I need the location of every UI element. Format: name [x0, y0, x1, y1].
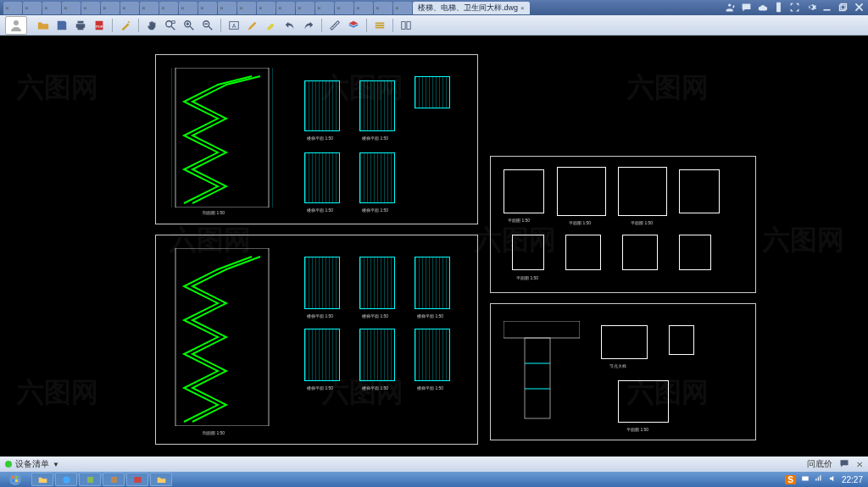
- drawing-sheet: 剖面图 1:50 楼梯平面 1:50 楼梯平面 1:50 楼梯平面 1:50 楼…: [155, 235, 478, 445]
- layers-button[interactable]: [346, 18, 361, 33]
- svg-rect-26: [111, 477, 117, 483]
- expand-icon[interactable]: [789, 2, 800, 14]
- user-avatar[interactable]: [5, 16, 27, 35]
- status-right-label[interactable]: 问底价: [807, 458, 832, 470]
- text-button[interactable]: A: [226, 18, 242, 33]
- separator: [220, 19, 221, 32]
- drawing-canvas[interactable]: 六图网 六图网 六图网 六图网 六图网 六图网 六图网 六图网 六图网 剖面图 …: [0, 36, 868, 457]
- network-icon[interactable]: [815, 474, 823, 484]
- stack-button[interactable]: [372, 18, 387, 33]
- status-bar: 设备清单 ▼ 问底价 ✕: [0, 457, 868, 472]
- file-tab[interactable]: ×: [120, 2, 139, 14]
- clock[interactable]: 22:27: [842, 475, 863, 484]
- file-tab[interactable]: ×: [62, 2, 81, 14]
- gear-icon[interactable]: [805, 2, 816, 14]
- svg-rect-1: [823, 8, 830, 10]
- undo-button[interactable]: [282, 18, 298, 33]
- file-tab[interactable]: ×: [101, 2, 120, 14]
- message-icon[interactable]: [741, 2, 752, 14]
- status-left-label[interactable]: 设备清单: [15, 458, 49, 470]
- file-tab[interactable]: ×: [354, 2, 373, 14]
- file-tab[interactable]: ×: [3, 2, 22, 14]
- minimize-icon[interactable]: [821, 2, 832, 14]
- file-tab[interactable]: ×: [237, 2, 256, 14]
- pan-button[interactable]: [144, 18, 159, 33]
- file-tab[interactable]: ×: [393, 2, 412, 14]
- taskbar-item[interactable]: [79, 473, 101, 486]
- file-tab[interactable]: ×: [218, 2, 236, 14]
- start-button[interactable]: [0, 472, 31, 487]
- people-icon[interactable]: [725, 2, 736, 14]
- taskbar-item[interactable]: [103, 473, 125, 486]
- svg-text:A: A: [232, 22, 236, 28]
- cloud-icon[interactable]: [757, 2, 768, 14]
- separator: [321, 19, 322, 32]
- redo-button[interactable]: [301, 18, 316, 33]
- svg-point-4: [14, 20, 19, 25]
- close-icon[interactable]: [854, 2, 865, 14]
- tray-icon[interactable]: [801, 474, 810, 484]
- svg-text:PDF: PDF: [96, 24, 103, 28]
- file-tab[interactable]: ×: [140, 2, 159, 14]
- highlight-button[interactable]: [264, 18, 279, 33]
- drawing-sheet: 节点大样 平面图 1:50: [490, 303, 756, 440]
- file-tab[interactable]: ×: [23, 2, 42, 14]
- separator: [366, 19, 367, 32]
- drawing-sheet: 平面图 1:50 平面图 1:50 平面图 1:50 平面图 1:50: [490, 156, 756, 293]
- system-tray: S 22:27: [780, 474, 868, 484]
- drawing-sheet: 剖面图 1:50 楼梯平面 1:50 楼梯平面 1:50 楼梯平面 1:50 楼…: [155, 54, 478, 224]
- magic-button[interactable]: [118, 18, 133, 33]
- file-tab[interactable]: ×: [296, 2, 314, 14]
- zoom-window-button[interactable]: [163, 18, 178, 33]
- svg-point-7: [166, 20, 172, 26]
- compare-button[interactable]: [398, 18, 414, 33]
- stair-plan-detail: [304, 80, 340, 131]
- pdf-button[interactable]: PDF: [92, 18, 107, 33]
- volume-icon[interactable]: [828, 474, 837, 484]
- file-tab[interactable]: ×: [276, 2, 295, 14]
- zoom-in-button[interactable]: [181, 18, 197, 33]
- file-tab[interactable]: ×: [257, 2, 275, 14]
- open-button[interactable]: [36, 18, 51, 33]
- measure-button[interactable]: [327, 18, 342, 33]
- taskbar-item[interactable]: [31, 473, 53, 486]
- file-tab[interactable]: ×: [179, 2, 198, 14]
- titlebar-controls: [725, 2, 865, 14]
- stair-plan-detail: [415, 76, 450, 108]
- restore-icon[interactable]: [837, 2, 849, 14]
- stair-plan-detail: [359, 80, 395, 131]
- print-button[interactable]: [73, 18, 88, 33]
- dropdown-icon[interactable]: ▼: [53, 461, 59, 468]
- close-panel-icon[interactable]: ✕: [856, 460, 863, 469]
- svg-point-24: [63, 476, 70, 483]
- file-tab[interactable]: ×: [42, 2, 61, 14]
- separator: [392, 19, 393, 32]
- tab-label: 楼梯、电梯、卫生间大样.dwg: [418, 3, 518, 14]
- file-tab[interactable]: ×: [374, 2, 392, 14]
- stair-section-icon: [171, 248, 273, 426]
- title-bar: × × × × × × × × × × × × × × × × × × × × …: [0, 0, 868, 15]
- file-tab[interactable]: ×: [315, 2, 334, 14]
- svg-rect-3: [841, 3, 847, 9]
- file-tab[interactable]: ×: [335, 2, 353, 14]
- svg-rect-13: [402, 21, 405, 29]
- file-tab-active[interactable]: 楼梯、电梯、卫生间大样.dwg ×: [413, 2, 530, 14]
- tab-close-icon[interactable]: ×: [5, 4, 9, 12]
- chat-icon[interactable]: [839, 458, 849, 470]
- file-tab[interactable]: ×: [81, 2, 100, 14]
- file-tab[interactable]: ×: [159, 2, 178, 14]
- ime-indicator[interactable]: S: [785, 475, 796, 484]
- tab-close-icon[interactable]: ×: [520, 4, 525, 12]
- svg-rect-27: [134, 477, 141, 483]
- zoom-out-button[interactable]: [200, 18, 215, 33]
- taskbar-item[interactable]: [150, 473, 172, 486]
- taskbar-item[interactable]: [55, 473, 77, 486]
- taskbar-item[interactable]: [126, 473, 148, 486]
- phone-icon[interactable]: [773, 2, 784, 14]
- windows-taskbar: S 22:27: [0, 472, 868, 487]
- pencil-button[interactable]: [245, 18, 260, 33]
- svg-rect-8: [172, 20, 175, 23]
- svg-rect-25: [87, 477, 93, 483]
- save-button[interactable]: [54, 18, 70, 33]
- file-tab[interactable]: ×: [198, 2, 217, 14]
